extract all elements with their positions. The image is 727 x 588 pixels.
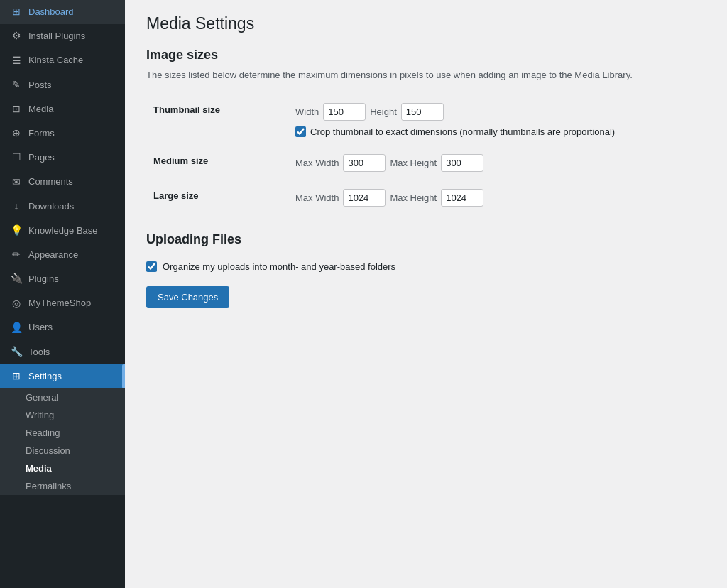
appearance-icon: ✏ [10, 249, 23, 261]
sidebar-item-forms[interactable]: ⊕ Forms [0, 121, 125, 146]
thumbnail-row: Thumbnail size Width Height Crop thumbna… [146, 94, 706, 146]
sidebar-item-appearance[interactable]: ✏ Appearance [0, 243, 125, 267]
sidebar-item-label: Forms [28, 127, 55, 140]
sidebar-item-comments[interactable]: ✉ Comments [0, 170, 125, 194]
large-width-label: Max Width [295, 192, 339, 203]
large-fields: Max Width Max Height [295, 189, 699, 207]
submenu-item-writing[interactable]: Writing [0, 406, 125, 424]
sidebar-item-label: Appearance [28, 249, 78, 261]
large-height-label: Max Height [390, 192, 437, 203]
comments-icon: ✉ [10, 175, 23, 188]
thumbnail-width-label: Width [295, 107, 319, 117]
large-row: Large size Max Width Max Height [146, 180, 706, 215]
kinsta-cache-icon: ☰ [10, 54, 23, 67]
medium-row: Medium size Max Width Max Height [146, 146, 706, 180]
active-indicator [122, 364, 125, 388]
sidebar-item-label: Install Plugins [28, 30, 85, 43]
thumbnail-crop-row: Crop thumbnail to exact dimensions (norm… [295, 126, 699, 137]
upload-checkbox-row: Organize my uploads into month- and year… [146, 261, 706, 272]
save-changes-button[interactable]: Save Changes [146, 286, 229, 308]
image-sizes-table: Thumbnail size Width Height Crop thumbna… [146, 94, 706, 215]
sidebar-item-downloads[interactable]: ↓ Downloads [0, 195, 125, 219]
sidebar-item-label: Plugins [28, 273, 59, 285]
medium-width-input[interactable] [343, 154, 386, 172]
sidebar-item-posts[interactable]: ✎ Posts [0, 73, 125, 97]
users-icon: 👤 [10, 322, 23, 334]
sidebar-item-label: Dashboard [28, 6, 74, 18]
posts-icon: ✎ [10, 79, 23, 92]
medium-fields: Max Width Max Height [295, 154, 699, 172]
dashboard-icon: ⊞ [10, 6, 23, 18]
sidebar-item-label: Tools [28, 346, 50, 359]
sidebar-item-label: Media [28, 103, 53, 116]
medium-height-input[interactable] [441, 154, 483, 172]
thumbnail-crop-checkbox[interactable] [295, 126, 306, 137]
submenu-item-reading[interactable]: Reading [0, 424, 125, 442]
thumbnail-fields: Width Height [295, 103, 699, 121]
downloads-icon: ↓ [10, 200, 23, 213]
sidebar-item-settings[interactable]: ⊞ Settings [0, 364, 125, 388]
settings-icon: ⊞ [10, 370, 23, 383]
large-width-input[interactable] [343, 189, 386, 207]
large-height-input[interactable] [441, 189, 483, 207]
image-sizes-desc: The sizes listed below determine the max… [146, 70, 706, 80]
thumbnail-crop-label: Crop thumbnail to exact dimensions (norm… [310, 126, 615, 137]
thumbnail-height-input[interactable] [401, 103, 444, 121]
sidebar-item-label: Settings [28, 370, 62, 383]
large-label: Large size [153, 190, 199, 201]
sidebar-item-label: Knowledge Base [28, 224, 98, 237]
plugins-icon: 🔌 [10, 273, 23, 285]
mythemeshop-icon: ◎ [10, 297, 23, 310]
medium-width-label: Max Width [295, 158, 339, 168]
sidebar-item-label: Posts [28, 79, 52, 92]
medium-height-label: Max Height [390, 158, 437, 168]
sidebar-item-knowledge-base[interactable]: 💡 Knowledge Base [0, 219, 125, 243]
submenu-item-general[interactable]: General [0, 388, 125, 406]
submenu-item-permalinks[interactable]: Permalinks [0, 477, 125, 495]
thumbnail-label: Thumbnail size [153, 104, 220, 115]
thumbnail-width-input[interactable] [323, 103, 366, 121]
uploading-files-title: Uploading Files [146, 232, 706, 247]
upload-checkbox-label: Organize my uploads into month- and year… [163, 261, 395, 272]
forms-icon: ⊕ [10, 127, 23, 140]
sidebar-item-label: Downloads [28, 200, 74, 213]
pages-icon: ☐ [10, 151, 23, 164]
sidebar-item-tools[interactable]: 🔧 Tools [0, 340, 125, 364]
image-sizes-title: Image sizes [146, 48, 706, 62]
upload-checkbox[interactable] [146, 261, 157, 272]
sidebar-item-kinsta-cache[interactable]: ☰ Kinsta Cache [0, 48, 125, 72]
sidebar-item-plugins[interactable]: 🔌 Plugins [0, 267, 125, 291]
install-plugins-icon: ⚙ [10, 30, 23, 43]
sidebar-item-install-plugins[interactable]: ⚙ Install Plugins [0, 24, 125, 48]
sidebar-item-label: Comments [28, 175, 73, 188]
thumbnail-height-label: Height [370, 107, 397, 117]
tools-icon: 🔧 [10, 346, 23, 359]
sidebar-item-media[interactable]: ⊡ Media [0, 97, 125, 121]
upload-section: Organize my uploads into month- and year… [146, 261, 706, 308]
sidebar-item-pages[interactable]: ☐ Pages [0, 146, 125, 170]
submenu-item-discussion[interactable]: Discussion [0, 442, 125, 459]
knowledge-base-icon: 💡 [10, 224, 23, 237]
main-content: Media Settings Image sizes The sizes lis… [125, 0, 727, 588]
submenu-item-media[interactable]: Media [0, 459, 125, 477]
sidebar-item-label: MyThemeShop [28, 297, 91, 310]
medium-label: Medium size [153, 156, 208, 166]
settings-submenu: General Writing Reading Discussion Media… [0, 388, 125, 495]
media-icon: ⊡ [10, 103, 23, 116]
sidebar-item-label: Users [28, 321, 53, 334]
sidebar: ⊞ Dashboard ⚙ Install Plugins ☰ Kinsta C… [0, 0, 125, 588]
sidebar-item-users[interactable]: 👤 Users [0, 315, 125, 339]
sidebar-item-label: Pages [28, 151, 55, 164]
page-title: Media Settings [146, 14, 706, 33]
sidebar-item-label: Kinsta Cache [28, 54, 83, 67]
sidebar-item-dashboard[interactable]: ⊞ Dashboard [0, 0, 125, 24]
sidebar-item-mythemeshop[interactable]: ◎ MyThemeShop [0, 291, 125, 315]
